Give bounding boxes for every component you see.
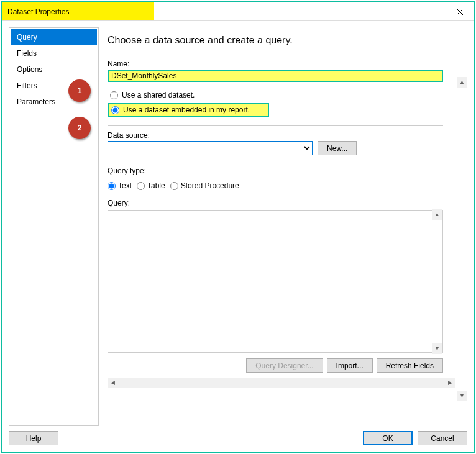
callout-2: 2: [68, 117, 91, 139]
scroll-left-icon[interactable]: ◀: [108, 378, 118, 388]
divider: [108, 125, 443, 126]
query-wrap: ▲ ▼: [108, 209, 443, 355]
querytype-label: Query type:: [108, 166, 467, 175]
radio-shared[interactable]: [110, 91, 118, 99]
qtype-sp[interactable]: [170, 182, 178, 190]
dialog-frame: Dataset Properties Query Fields Options …: [1, 1, 475, 453]
new-button[interactable]: New...: [318, 141, 357, 155]
sidebar-item-query[interactable]: Query: [11, 29, 97, 45]
titlebar: Dataset Properties: [2, 2, 474, 21]
query-scrollbar[interactable]: ▲ ▼: [432, 209, 442, 354]
qtype-sp-row[interactable]: Stored Procedure: [170, 181, 239, 190]
horizontal-scrollbar[interactable]: ◀ ▶: [108, 378, 455, 388]
qtype-table-row[interactable]: Table: [137, 181, 165, 190]
dataset-mode-group: Use a shared dataset. Use a dataset embe…: [108, 89, 467, 119]
import-button[interactable]: Import...: [327, 358, 373, 373]
qtype-table[interactable]: [137, 182, 145, 190]
qtype-text-label: Text: [118, 181, 132, 190]
query-designer-button: Query Designer...: [246, 358, 323, 373]
close-icon[interactable]: [446, 2, 474, 20]
content-pane: Choose a data source and create a query.…: [99, 27, 467, 426]
scroll-down-icon[interactable]: ▼: [432, 343, 442, 354]
scroll-track[interactable]: [118, 378, 445, 388]
datasource-label: Data source:: [108, 131, 467, 140]
qtype-table-label: Table: [147, 181, 165, 190]
name-label: Name:: [108, 60, 467, 68]
page-heading: Choose a data source and create a query.: [108, 35, 467, 46]
ok-button[interactable]: OK: [363, 431, 413, 445]
help-button[interactable]: Help: [9, 431, 58, 445]
qtype-text[interactable]: [108, 182, 116, 190]
radio-embedded-row[interactable]: Use a dataset embedded in my report.: [108, 103, 269, 117]
query-textarea[interactable]: [108, 210, 443, 353]
cancel-button[interactable]: Cancel: [418, 431, 467, 445]
pane-scroll-down-icon[interactable]: ▼: [457, 391, 467, 401]
pane-scroll-up-icon[interactable]: ▲: [457, 77, 467, 88]
radio-shared-label: Use a shared dataset.: [122, 91, 195, 99]
pane-vertical-scrollbar[interactable]: ▲ ▼: [457, 77, 467, 401]
window-title: Dataset Properties: [7, 7, 69, 16]
refresh-fields-button[interactable]: Refresh Fields: [377, 358, 443, 373]
callout-1: 1: [68, 79, 91, 102]
titlebar-highlight: Dataset Properties: [2, 2, 154, 20]
radio-shared-row[interactable]: Use a shared dataset.: [108, 89, 467, 101]
sidebar-item-options[interactable]: Options: [11, 61, 97, 78]
datasource-select[interactable]: [108, 141, 313, 155]
name-input[interactable]: [108, 70, 443, 82]
scroll-up-icon[interactable]: ▲: [432, 209, 442, 220]
query-label: Query:: [108, 199, 467, 207]
sidebar-item-fields[interactable]: Fields: [11, 45, 97, 61]
qtype-text-row[interactable]: Text: [108, 181, 132, 190]
footer: Help OK Cancel: [9, 426, 467, 445]
radio-embedded[interactable]: [111, 106, 119, 114]
querytype-group: Text Table Stored Procedure: [108, 181, 467, 190]
qtype-sp-label: Stored Procedure: [181, 181, 239, 190]
scroll-right-icon[interactable]: ▶: [445, 378, 455, 388]
radio-embedded-label: Use a dataset embedded in my report.: [123, 106, 250, 114]
